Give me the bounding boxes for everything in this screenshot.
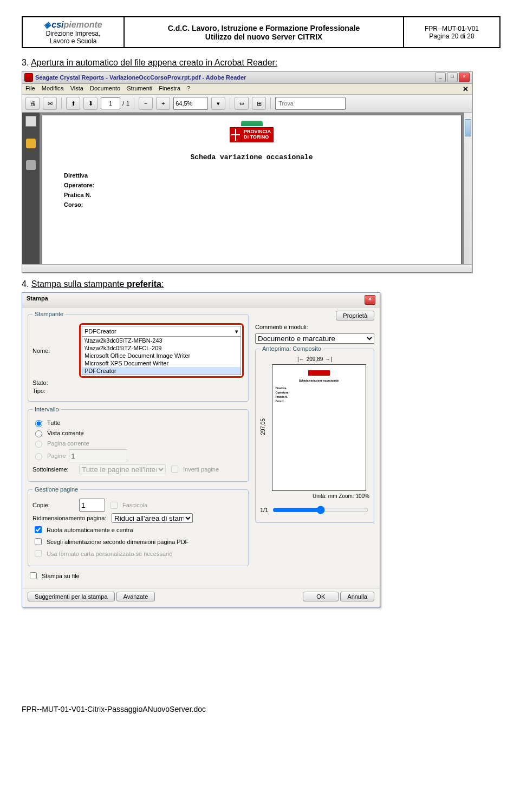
- page-up-icon[interactable]: ⬆: [66, 97, 80, 110]
- zoom-in-icon[interactable]: +: [156, 97, 170, 110]
- page-current-input[interactable]: [101, 97, 120, 109]
- ridim-select[interactable]: Riduci all'area di stampa: [112, 513, 193, 523]
- printer-selected-value: PDFCreator: [84, 326, 116, 336]
- proprieta-button[interactable]: Proprietà: [336, 311, 374, 320]
- step4-text: 4. Stampa sulla stampante preferita:: [22, 279, 498, 289]
- vertical-scrollbar[interactable]: [464, 113, 472, 264]
- radio-pagine-label: Pagine: [47, 453, 66, 459]
- print-dialog: Stampa × Stampante Nome: PDFCreator ▾ \\…: [22, 292, 380, 607]
- printer-option-3[interactable]: Microsoft XPS Document Writer: [82, 359, 240, 367]
- printer-option-0[interactable]: \\tazw2k3dc05\TZ-MFBN-243: [82, 337, 240, 344]
- logo-main-text: csi: [51, 20, 63, 29]
- logo-diamond-icon: ◈: [44, 20, 50, 29]
- inverti-label: Inverti pagine: [183, 466, 219, 473]
- page-down-icon[interactable]: ⬇: [83, 97, 98, 110]
- toolbar-sep2: [134, 97, 134, 109]
- doc-viewport[interactable]: PROVINCIA DI TORINO Scheda variazione oc…: [40, 113, 464, 264]
- preview-field-2: Pratica N.: [276, 395, 362, 398]
- maximize-button[interactable]: □: [447, 73, 458, 82]
- header-pagenum: Pagina 20 di 20: [429, 32, 474, 40]
- printer-dropdown-list: \\tazw2k3dc05\TZ-MFBN-243 \\tazw2k3dc05\…: [82, 337, 241, 375]
- annulla-button[interactable]: Annulla: [340, 592, 374, 601]
- document-header: ◈csipiemonte Direzione Impresa, Lavoro e…: [22, 16, 500, 48]
- zoom-input[interactable]: [173, 97, 208, 110]
- fit-page-icon[interactable]: ⊞: [252, 97, 266, 110]
- print-icon[interactable]: 🖨: [25, 97, 40, 110]
- printer-option-2[interactable]: Microsoft Office Document Image Writer: [82, 352, 240, 359]
- fit-width-icon[interactable]: ⇔: [235, 97, 249, 110]
- page-indicator: / 1: [101, 97, 129, 109]
- copie-input[interactable]: [79, 499, 105, 512]
- menu-file[interactable]: File: [25, 85, 35, 93]
- stampa-file-checkbox[interactable]: [30, 572, 37, 579]
- radio-tutte[interactable]: [35, 420, 42, 427]
- ruota-label: Ruota automaticamente e centra: [47, 527, 133, 533]
- header-center-cell: C.d.C. Lavoro, Istruzione e Formazione P…: [125, 17, 404, 47]
- pdf-icon: [24, 73, 33, 82]
- suggerimenti-button[interactable]: Suggerimenti per la stampa: [28, 592, 115, 601]
- preview-width-row: |← 209,89 →|: [260, 356, 369, 362]
- preview-field-3: Corso:: [276, 400, 362, 403]
- menu-help[interactable]: ?: [187, 85, 190, 93]
- range-group-legend: Intervallo: [32, 406, 61, 412]
- range-group: Intervallo Tutte Vista corrente Pagina c…: [28, 406, 249, 482]
- printer-option-4[interactable]: PDFCreator: [82, 367, 240, 375]
- preview-page: Scheda variazione occasionale Direttiva …: [272, 364, 366, 491]
- alim-checkbox[interactable]: [35, 538, 42, 545]
- sottoinsieme-label: Sottoinsieme:: [32, 466, 76, 473]
- comments-panel-icon[interactable]: [26, 139, 36, 148]
- menu-modifica[interactable]: Modifica: [42, 85, 64, 93]
- avanzate-button[interactable]: Avanzate: [116, 592, 155, 601]
- preview-height-value: 297,05: [260, 418, 266, 435]
- radio-pagina-corrente: [35, 441, 42, 448]
- step3-caption: Apertura in automatico del file appena c…: [31, 58, 277, 67]
- menu-documento[interactable]: Documento: [90, 85, 120, 93]
- page-handling-legend: Gestione pagine: [32, 486, 80, 493]
- field-pratica: Pratica N.: [64, 192, 439, 198]
- horizontal-scrollbar[interactable]: [22, 264, 472, 272]
- print-right-column: Proprietà Commenti e moduli: Documento e…: [255, 311, 374, 582]
- commenti-select[interactable]: Documento e marcature: [255, 333, 374, 344]
- minimize-button[interactable]: _: [435, 73, 446, 82]
- preview-page-slider[interactable]: [272, 506, 368, 514]
- attachments-panel-icon[interactable]: [26, 160, 36, 170]
- header-title-line1: C.d.C. Lavoro, Istruzione e Formazione P…: [168, 24, 360, 32]
- menu-strumenti[interactable]: Strumenti: [127, 85, 152, 93]
- provincia-text: PROVINCIA DI TORINO: [242, 127, 274, 142]
- radio-vista[interactable]: [35, 430, 42, 437]
- find-input[interactable]: [275, 97, 346, 110]
- preview-field-1: Operatore:: [276, 391, 362, 394]
- ok-button[interactable]: OK: [303, 592, 339, 601]
- preview-legend: Anteprima: Composito: [260, 345, 323, 352]
- doc-close-icon[interactable]: ✕: [463, 85, 469, 93]
- scroll-thumb[interactable]: [465, 119, 471, 136]
- mail-icon[interactable]: ✉: [43, 97, 57, 110]
- alim-label: Scegli alimentazione secondo dimensioni …: [47, 539, 188, 545]
- adobe-toolbar: 🖨 ✉ ⬆ ⬇ / 1 − + ▾ ⇔ ⊞: [22, 95, 472, 113]
- formato-label: Usa formato carta personalizzato se nece…: [47, 551, 172, 557]
- print-dialog-title: Stampa: [27, 295, 48, 305]
- print-close-button[interactable]: ×: [365, 295, 375, 305]
- preview-width-value: 209,89: [307, 356, 323, 362]
- step3-num: 3.: [22, 58, 29, 67]
- prov-line1: PROVINCIA: [244, 129, 271, 134]
- close-button[interactable]: ×: [459, 73, 470, 82]
- pages-panel-icon[interactable]: [25, 116, 36, 127]
- toolbar-sep3: [230, 97, 230, 109]
- page-total: 1: [126, 100, 129, 107]
- ruota-checkbox[interactable]: [35, 526, 42, 533]
- field-direttiva: Direttiva: [64, 172, 439, 179]
- printer-option-1[interactable]: \\tazw2k3dc05\TZ-MFCL-209: [82, 344, 240, 352]
- printer-status-label: Stato:: [32, 379, 76, 386]
- step3-text: 3. Apertura in automatico del file appen…: [22, 58, 498, 68]
- zoom-dropdown-icon[interactable]: ▾: [211, 97, 225, 110]
- header-left-cell: ◈csipiemonte Direzione Impresa, Lavoro e…: [23, 17, 125, 47]
- zoom-out-icon[interactable]: −: [139, 97, 153, 110]
- document-page: PROVINCIA DI TORINO Scheda variazione oc…: [42, 115, 461, 264]
- header-docid: FPR--MUT-01-V01: [425, 25, 479, 32]
- arrow-right-icon: →|: [325, 356, 332, 362]
- menu-finestra[interactable]: Finestra: [159, 85, 180, 93]
- csi-logo: ◈csipiemonte: [44, 19, 102, 30]
- menu-vista[interactable]: Vista: [70, 85, 83, 93]
- printer-select[interactable]: PDFCreator ▾: [82, 326, 241, 337]
